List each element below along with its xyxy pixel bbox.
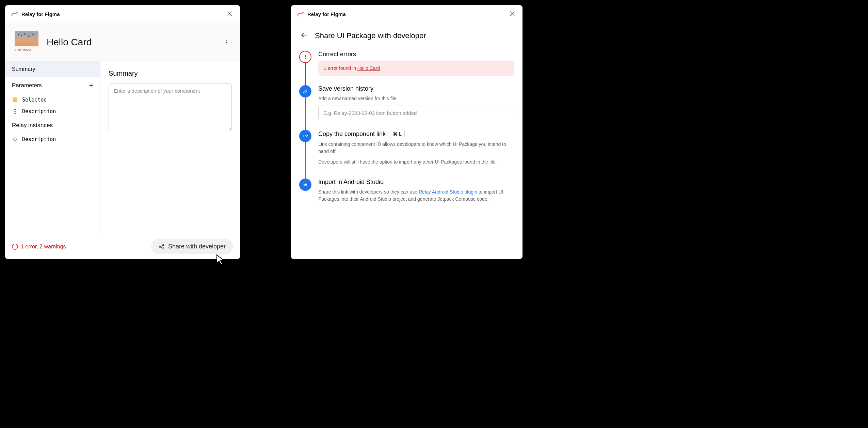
steps-list: Correct errors 1 error found in Hello Ca… [291, 48, 523, 224]
svg-point-7 [305, 58, 306, 59]
step-title: Copy the component link [318, 131, 386, 138]
more-options-button[interactable]: ⋮ [220, 35, 232, 49]
sidebar: Summary Parameters + ! Selected Descript… [5, 61, 100, 234]
titlebar: Relay for Figma [5, 5, 240, 23]
add-parameter-button[interactable]: + [89, 82, 93, 89]
instance-item-description[interactable]: Description [5, 134, 100, 145]
close-button[interactable] [508, 9, 516, 19]
version-name-input[interactable] [318, 106, 514, 120]
back-button[interactable] [299, 30, 309, 41]
touch-icon [12, 109, 18, 114]
relay-logo-icon [11, 11, 18, 17]
error-component-link[interactable]: Hello Card [357, 65, 380, 71]
close-button[interactable] [226, 9, 234, 19]
component-thumbnail: Hello World [13, 29, 41, 55]
share-icon [159, 244, 165, 250]
thumbnail-image [15, 31, 38, 46]
share-button-label: Share with developer [168, 243, 226, 250]
link-icon [299, 130, 311, 142]
share-with-developer-button[interactable]: Share with developer [151, 239, 233, 254]
step-title: Correct errors [318, 51, 514, 58]
sidebar-section-label: Relay instances [12, 122, 53, 129]
error-banner[interactable]: 1 error found in Hello Card [318, 61, 514, 76]
relay-plugin-link[interactable]: Relay Android Studio plugin [419, 189, 477, 195]
step-copy-link: Copy the component link ⌘ L Link contain… [299, 130, 514, 179]
error-banner-text: 1 error found in [324, 65, 357, 71]
thumbnail-label: Hello World [15, 48, 31, 52]
main-panel: Summary [100, 61, 240, 234]
component-title: Hello Card [47, 37, 92, 48]
svg-point-9 [306, 184, 306, 185]
step-save-version: Save version history Add a new named ver… [299, 85, 514, 130]
component-header: Hello World Hello Card ⋮ [5, 23, 240, 61]
step-description: Add a new named version for this file [318, 95, 514, 102]
svg-point-3 [15, 248, 15, 248]
sidebar-item-label: Summary [12, 66, 35, 72]
app-title: Relay for Figma [307, 11, 346, 17]
titlebar: Relay for Figma [291, 5, 523, 23]
step-title: Save version history [318, 85, 514, 92]
android-icon [299, 179, 311, 191]
step-correct-errors: Correct errors 1 error found in Hello Ca… [299, 51, 514, 85]
keyboard-shortcut: ⌘ L [390, 130, 405, 138]
error-circle-icon [299, 51, 311, 63]
instance-label: Description [22, 136, 56, 142]
step-description: Developers will still have the option to… [318, 158, 514, 166]
description-input[interactable] [109, 83, 232, 131]
svg-point-0 [14, 109, 16, 111]
footer: 1 error, 2 warnings Share with developer [5, 234, 240, 259]
step-description: Share this link with developers so they … [318, 188, 514, 203]
close-icon [227, 11, 232, 16]
parameter-label: Description [22, 108, 56, 114]
step-description: Link containing component ID allows deve… [318, 141, 514, 155]
parameter-item-description[interactable]: Description [5, 106, 100, 117]
page-title: Share UI Package with developer [315, 31, 426, 40]
step-title: Import in Android Studio [318, 179, 514, 186]
sidebar-section-parameters: Parameters + [5, 77, 100, 94]
relay-main-window: Relay for Figma Hello World Hello Card ⋮… [5, 5, 240, 259]
error-status-text: 1 error, 2 warnings [21, 244, 66, 250]
error-status[interactable]: 1 error, 2 warnings [12, 244, 66, 250]
relay-logo-icon [297, 11, 304, 17]
sidebar-section-label: Parameters [12, 82, 42, 89]
pencil-icon [299, 85, 311, 97]
svg-point-4 [159, 246, 161, 247]
page-header: Share UI Package with developer [291, 23, 523, 48]
app-title: Relay for Figma [21, 11, 60, 17]
relay-share-window: Relay for Figma Share UI Package with de… [291, 5, 523, 259]
error-icon [12, 244, 18, 250]
svg-rect-1 [13, 137, 17, 141]
svg-point-8 [304, 184, 305, 185]
close-icon [510, 11, 515, 16]
panel-heading: Summary [109, 70, 232, 77]
svg-point-5 [163, 244, 164, 246]
parameter-item-selected[interactable]: ! Selected [5, 94, 100, 106]
sidebar-section-instances: Relay instances [5, 117, 100, 134]
sidebar-item-summary[interactable]: Summary [5, 61, 100, 77]
arrow-left-icon [301, 31, 308, 39]
kebab-icon: ⋮ [223, 39, 230, 46]
diamond-icon [12, 137, 18, 142]
svg-point-6 [163, 248, 164, 249]
warning-icon: ! [13, 97, 17, 102]
plus-icon: + [89, 81, 93, 90]
step-import-android: Import in Android Studio Share this link… [299, 179, 514, 216]
parameter-label: Selected [22, 97, 47, 103]
